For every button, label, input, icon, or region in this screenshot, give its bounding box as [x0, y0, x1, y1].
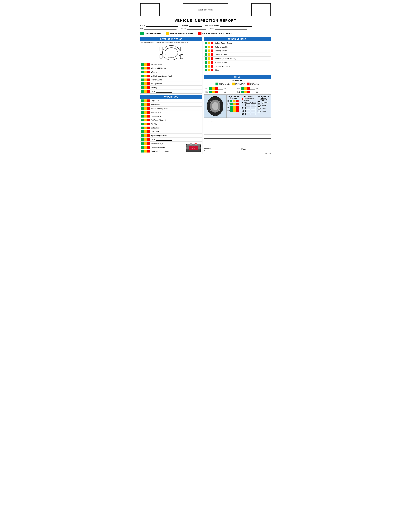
year-make-model-input[interactable]	[220, 24, 252, 27]
item-label: Cables & Connections	[151, 150, 168, 152]
legend-requires-immediate: REQUIRES IMMEDIATE ATTENTION	[198, 32, 233, 35]
list-item: AC Operation	[140, 82, 202, 86]
list-item: Battery Charge	[140, 142, 185, 145]
vin-input[interactable]	[144, 28, 177, 30]
item-label: Steering System	[215, 50, 228, 52]
battery-area: Battery ChargeBattery ConditionCables & …	[140, 141, 202, 154]
rf-oemspec-box[interactable]	[251, 106, 256, 109]
vin-field: VIN:	[140, 28, 177, 30]
g-indicator	[141, 63, 144, 66]
item-label: Battery Condition	[151, 146, 165, 148]
y-indicator	[144, 138, 147, 141]
mileage-input[interactable]	[189, 24, 202, 27]
y-indicator	[144, 127, 147, 129]
form-number: Form #103	[204, 153, 271, 154]
comments-line-4[interactable]	[204, 132, 271, 134]
rr-before-box[interactable]	[245, 113, 250, 115]
color-indicators	[141, 123, 150, 125]
tire-readings-grid: LF /32" RF	[204, 86, 271, 95]
alignment-checkbox[interactable]	[258, 101, 260, 104]
color-indicators	[141, 71, 150, 73]
tire-image-cell	[204, 95, 226, 117]
rr-reading-input[interactable]	[250, 91, 255, 93]
color-indicators	[141, 130, 150, 133]
list-item: Steering System	[204, 49, 271, 53]
color-indicators	[141, 115, 150, 117]
check-alignment: Alignment	[258, 101, 270, 104]
name-input[interactable]	[146, 24, 178, 27]
tire-row-rf: RF /32"	[237, 87, 269, 90]
item-label: AC Operation	[151, 83, 162, 85]
list-item: Brake Lines / Hoses	[204, 45, 271, 49]
lf-oemspec-box[interactable]	[251, 104, 256, 106]
comments-line-3[interactable]	[204, 128, 271, 130]
rf-ind-green	[241, 87, 244, 90]
r-indicator	[147, 119, 150, 121]
item-label: Cabin Filter	[151, 127, 160, 129]
signature-row: Inspected by: Date:	[204, 147, 271, 151]
y-indicator	[144, 86, 147, 89]
lf-before-box[interactable]	[245, 104, 250, 106]
item-label: Fuel Lines & Hoses	[215, 65, 230, 67]
color-indicators	[141, 119, 150, 121]
list-item: Shocks & Struts	[204, 53, 271, 57]
rr-indicators	[241, 91, 250, 93]
license-input[interactable]	[187, 28, 206, 30]
rotation-checkbox[interactable]	[258, 107, 260, 109]
item-label: Brake Lines / Hoses	[215, 46, 230, 48]
color-indicators	[205, 53, 213, 56]
y-indicator	[144, 67, 147, 69]
requires-immediate-label: REQUIRES IMMEDIATE ATTENTION	[202, 32, 233, 34]
inspected-by-input[interactable]	[214, 148, 237, 150]
lf-reading-input[interactable]	[218, 87, 223, 89]
svg-rect-15	[198, 147, 200, 149]
g-indicator	[205, 49, 207, 52]
g-indicator	[141, 107, 144, 110]
item-label: Exhaust System	[215, 61, 227, 63]
rr-oemspec-box[interactable]	[251, 113, 256, 115]
vin-label: VIN:	[140, 28, 144, 29]
left-logo-box	[140, 3, 159, 16]
lr-reading-input[interactable]	[218, 91, 223, 93]
rf-reading-input[interactable]	[250, 87, 255, 89]
new-tire-checkbox[interactable]	[258, 110, 260, 112]
wear-lf-y	[233, 100, 235, 102]
list-item: Power Steering Fluid	[140, 106, 202, 110]
comments-line-2[interactable]	[204, 124, 271, 126]
wear-lr-r	[236, 106, 239, 109]
lf-label: LF	[206, 88, 209, 89]
date-input[interactable]	[247, 148, 271, 150]
date-group: Date:	[242, 147, 271, 151]
lr-unit: /32"	[224, 91, 226, 93]
pressure-row-lf: LF	[242, 104, 256, 106]
color-indicators	[141, 63, 150, 66]
wear-rf-r	[236, 103, 239, 105]
rf-before-box[interactable]	[245, 106, 250, 109]
wear-pattern-rf: RF	[227, 103, 240, 105]
pressure-row-rf: RF	[242, 106, 256, 109]
right-column: UNDER VEHICLE Brakes (Pads / Shoes)Brake…	[204, 37, 271, 155]
wear-pattern-rr: RR	[227, 109, 240, 112]
email-input[interactable]	[215, 28, 247, 30]
g-indicator	[141, 150, 144, 152]
lr-before-box[interactable]	[245, 110, 250, 112]
g-indicator	[141, 146, 144, 149]
item-write-line[interactable]	[220, 69, 236, 71]
r-indicator	[211, 61, 213, 64]
balance-checkbox[interactable]	[258, 104, 260, 106]
item-label: Interior Lights	[151, 79, 162, 81]
item-write-line[interactable]	[156, 138, 172, 141]
before-oemspec-row: BEFORE OEM SPEC	[242, 102, 256, 103]
svg-rect-10	[195, 143, 197, 144]
comments-label-text: Comments:	[204, 120, 213, 122]
page-title: VEHICLE INSPECTION REPORT	[140, 19, 271, 23]
comments-line-5[interactable]	[204, 136, 271, 139]
item-write-line[interactable]	[156, 90, 172, 93]
rf-ind-red	[247, 87, 250, 90]
rotation-label: Rotation	[261, 107, 266, 109]
comments-line-6[interactable]	[204, 140, 271, 143]
form-fields: Name: Mileage: Year/Make/Model: VIN: Lic…	[140, 24, 271, 30]
list-item: Lights (Head, Brake, Turn)	[140, 74, 202, 78]
lr-oemspec-box[interactable]	[251, 110, 256, 112]
tread-legend-yellow: 3/32" to 6/32"	[232, 83, 245, 86]
